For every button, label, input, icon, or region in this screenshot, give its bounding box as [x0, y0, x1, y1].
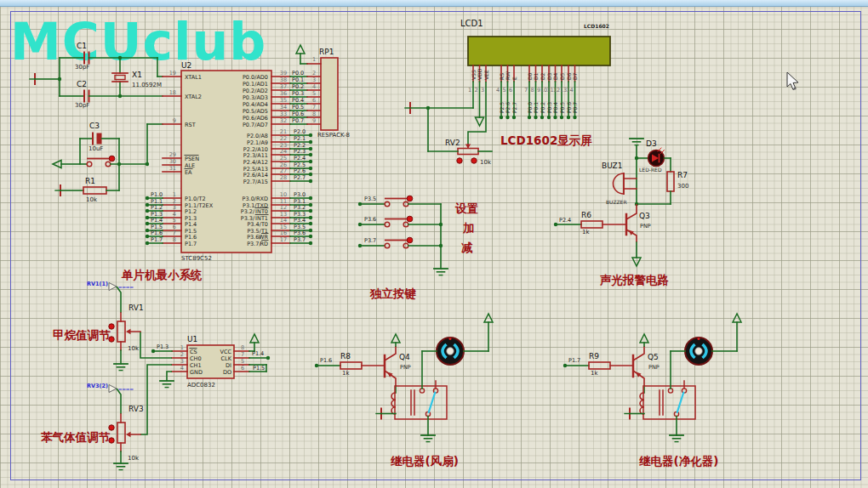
net-label: P0.4 [552, 102, 558, 113]
key-add-button-actuator[interactable] [407, 216, 413, 222]
key-set-button[interactable] [385, 201, 390, 207]
part-ref: C2 [77, 80, 87, 88]
power-arrow-icon [640, 334, 648, 343]
part-value: 10uF [89, 145, 103, 152]
net-label: P0.7 [572, 102, 578, 113]
pin-number: 8 [241, 344, 244, 351]
respack-body [321, 58, 338, 130]
key-minus-button[interactable] [385, 243, 390, 248]
lcd-screen [468, 37, 610, 65]
pin-number: 1 [468, 87, 471, 94]
pin-number: 8 [531, 87, 534, 94]
pin-name: D1 [533, 72, 539, 80]
junction-dot [309, 203, 312, 207]
pin-number: 29 [169, 151, 176, 158]
pin-number: 3 [481, 87, 484, 94]
buzzer-icon [614, 173, 625, 194]
pin-number: 32 [280, 117, 287, 124]
pot-wiper [126, 432, 131, 437]
pot-body [458, 149, 478, 155]
schematic-svg: C130pFC230pFX111.0592MC310uFR110k单片机最小系统… [0, 0, 868, 488]
pin-name: P2.7/A15 [243, 179, 268, 185]
rv2-adjust-dot[interactable] [471, 158, 477, 163]
pin-name: CH1 [190, 362, 202, 369]
key-minus-button-actuator[interactable] [407, 237, 413, 243]
pin-number: 6 [312, 97, 316, 104]
part-value: 1k [342, 370, 350, 377]
part-ref: LCD1 [460, 19, 483, 28]
part-ref: Q3 [639, 212, 650, 220]
pin-number: 37 [280, 83, 287, 90]
pin-number: 33 [280, 111, 287, 117]
pin-name: INT0 [255, 208, 268, 215]
pin-number: 21 [280, 128, 287, 135]
junction-dot [309, 147, 312, 150]
pin-name: VCC [220, 349, 231, 355]
terminal-flag-icon [109, 385, 117, 393]
motor-icon [698, 338, 700, 340]
junction-dot [309, 140, 312, 144]
pin-name: D0 [527, 72, 533, 80]
pin-number: 18 [169, 89, 176, 96]
pin-number: 12 [280, 204, 287, 211]
power-arrow-icon [391, 334, 400, 343]
pin-number: 22 [280, 135, 287, 142]
motor-icon [449, 338, 452, 340]
net-label: P1.4 [151, 217, 163, 224]
net-label: P1.7 [568, 357, 580, 364]
net-label: P3.2 [294, 204, 306, 211]
junction-dot [58, 77, 61, 81]
pin-name: P1.2 [185, 208, 197, 215]
rv2-adjust-dot[interactable] [457, 158, 462, 163]
part-ref: RV3 [128, 405, 144, 413]
junction-dot [309, 209, 312, 213]
net-label: P2.3 [294, 148, 306, 155]
key-add-button[interactable] [385, 222, 390, 227]
pin-name: D6 [566, 72, 572, 80]
pin-name: D3 [546, 72, 552, 80]
pin-name: P2.3/A11 [243, 152, 268, 159]
net-label: P2.1 [294, 135, 306, 142]
section-label-lcd: LCD1602显示屏 [500, 133, 592, 147]
pin-name: P0.5/AD5 [243, 108, 268, 115]
part-ref: Q4 [399, 353, 410, 361]
relay-switch-lever [677, 393, 683, 412]
pin-name: CLK [221, 355, 232, 362]
pin-number: 25 [280, 155, 287, 162]
net-label: P3.7 [294, 236, 306, 243]
pin-name: D7 [572, 72, 578, 80]
junction-dot [309, 216, 312, 219]
transistor-icon [633, 346, 644, 360]
pin-number: 8 [312, 111, 316, 117]
junction-dot [505, 116, 509, 119]
key-minus-button[interactable] [403, 243, 408, 248]
motor-icon [447, 348, 454, 355]
pin-number: 9 [312, 117, 316, 124]
pin-number: 16 [280, 230, 287, 236]
pin-name: P0.1/AD1 [243, 81, 268, 88]
part-value: PNP [640, 223, 651, 230]
key-label-add: 加 [462, 221, 475, 235]
resistor-body [83, 187, 106, 194]
pin-name: RD [260, 241, 268, 247]
pin-name: DI [226, 362, 231, 369]
junction-dot [309, 133, 312, 137]
key-add-button[interactable] [403, 222, 408, 227]
pin-name: P1.4 [185, 221, 197, 228]
key-set-button[interactable] [403, 201, 408, 207]
net-label: P1.3 [157, 343, 168, 350]
chip-value: ADC0832 [187, 382, 215, 389]
pin-name: EA [185, 169, 192, 176]
reset-button[interactable] [87, 162, 92, 167]
pin-number: 9 [173, 117, 176, 124]
reset-button[interactable] [106, 162, 111, 167]
part-value: 1k [582, 229, 590, 235]
key-set-button-actuator[interactable] [407, 196, 413, 201]
crystal-icon [115, 76, 125, 80]
junction-dot [309, 153, 312, 156]
net-label: P3.7 [364, 237, 376, 244]
reset-button-actuator[interactable] [109, 156, 115, 162]
pin-number: 2 [475, 87, 478, 94]
part-value: 30pF [75, 64, 89, 71]
part-value: PNP [648, 364, 660, 371]
